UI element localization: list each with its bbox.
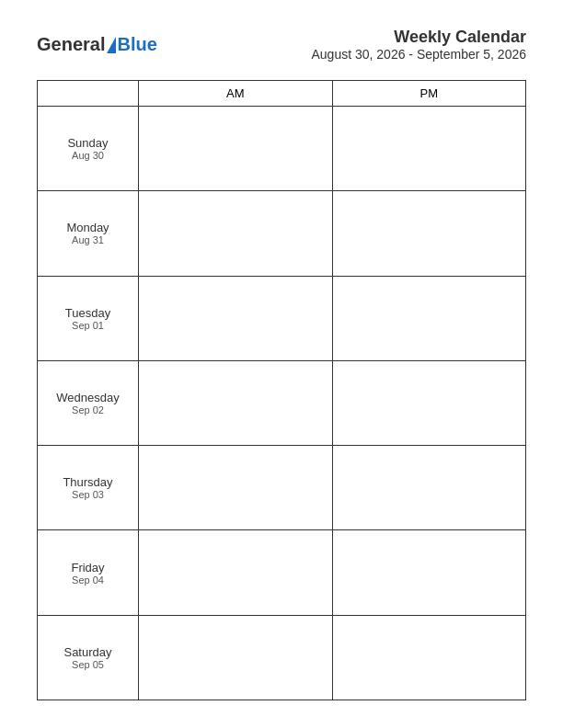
table-row: ThursdaySep 03 — [38, 446, 526, 530]
day-date: Aug 30 — [41, 150, 134, 161]
col-header-day — [38, 81, 139, 107]
day-label-cell: TuesdaySep 01 — [38, 276, 139, 360]
pm-cell — [332, 530, 526, 615]
day-name: Friday — [41, 561, 134, 574]
col-header-pm: PM — [332, 81, 526, 107]
day-date: Sep 03 — [41, 489, 134, 500]
pm-cell — [332, 615, 526, 700]
am-cell — [139, 191, 333, 276]
table-row: SaturdaySep 05 — [38, 615, 526, 700]
day-label-cell: ThursdaySep 03 — [38, 446, 139, 530]
day-date: Sep 02 — [41, 404, 134, 415]
logo-triangle-icon — [107, 37, 116, 53]
day-name: Saturday — [41, 645, 134, 659]
col-header-am: AM — [139, 81, 333, 107]
day-date: Aug 31 — [41, 234, 134, 245]
day-label-cell: SundayAug 30 — [38, 107, 139, 191]
day-date: Sep 05 — [41, 659, 134, 670]
day-name: Tuesday — [41, 306, 134, 320]
am-cell — [139, 360, 333, 445]
day-name: Sunday — [41, 136, 134, 150]
calendar-title: Weekly Calendar — [312, 28, 527, 47]
am-cell — [139, 530, 333, 615]
page-header: General Blue Weekly Calendar August 30, … — [37, 28, 526, 62]
day-date: Sep 04 — [41, 574, 134, 586]
am-cell — [139, 446, 333, 530]
logo-blue-text: Blue — [117, 34, 156, 55]
day-label-cell: WednesdaySep 02 — [38, 360, 139, 445]
logo-general-text: General — [37, 34, 105, 55]
am-cell — [139, 107, 333, 191]
pm-cell — [332, 360, 526, 445]
title-container: Weekly Calendar August 30, 2026 - Septem… — [312, 28, 527, 62]
table-row: FridaySep 04 — [38, 530, 526, 615]
table-row: TuesdaySep 01 — [38, 276, 526, 360]
table-row: WednesdaySep 02 — [38, 360, 526, 445]
am-cell — [139, 615, 333, 700]
pm-cell — [332, 446, 526, 530]
day-name: Monday — [41, 221, 134, 234]
logo: General Blue — [37, 34, 157, 55]
table-row: MondayAug 31 — [38, 191, 526, 276]
day-date: Sep 01 — [41, 320, 134, 331]
calendar-table: AM PM SundayAug 30MondayAug 31TuesdaySep… — [37, 80, 526, 700]
table-row: SundayAug 30 — [38, 107, 526, 191]
day-name: Wednesday — [41, 391, 134, 404]
pm-cell — [332, 107, 526, 191]
am-cell — [139, 276, 333, 360]
day-label-cell: FridaySep 04 — [38, 530, 139, 615]
day-label-cell: MondayAug 31 — [38, 191, 139, 276]
calendar-subtitle: August 30, 2026 - September 5, 2026 — [312, 47, 527, 62]
day-name: Thursday — [41, 475, 134, 489]
pm-cell — [332, 276, 526, 360]
day-label-cell: SaturdaySep 05 — [38, 615, 139, 700]
pm-cell — [332, 191, 526, 276]
